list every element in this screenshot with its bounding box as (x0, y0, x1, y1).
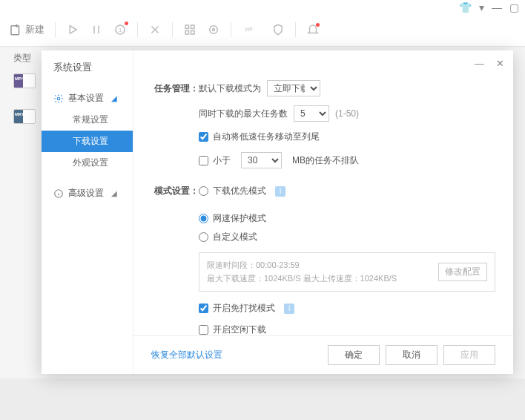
svg-point-8 (213, 29, 215, 31)
mode-radio-priority[interactable] (199, 186, 208, 196)
svg-point-10 (57, 97, 60, 100)
info-icon[interactable]: i (275, 186, 285, 197)
shield-icon[interactable] (271, 23, 285, 36)
less-than-select[interactable]: 30 (241, 152, 282, 168)
mode-section-label: 模式设置： (151, 185, 199, 197)
menu-icon[interactable]: ▾ (479, 1, 484, 13)
mode-radio-custom[interactable] (199, 232, 208, 242)
limit-info-box: 限速时间段：00:00-23:59 最大下载速度：1024KB/S 最大上传速度… (199, 252, 495, 292)
svg-text:1: 1 (119, 27, 122, 33)
sidebar-item-general[interactable]: 常规设置 (42, 109, 133, 131)
target-icon[interactable] (207, 23, 220, 36)
mode-radio-protect[interactable] (199, 214, 208, 223)
delete-icon[interactable] (148, 23, 162, 36)
max-tasks-select[interactable]: 5 (294, 105, 329, 122)
max-tasks-hint: (1-50) (335, 108, 359, 119)
mode-opt2-label: 网速保护模式 (213, 212, 266, 225)
svg-rect-4 (191, 25, 195, 29)
less-than-checkbox[interactable] (199, 156, 208, 165)
sidebar-item-download[interactable]: 下载设置 (42, 131, 133, 152)
file-thumb-mp4[interactable]: MP4 (13, 73, 36, 88)
gear-icon (53, 93, 64, 104)
edit-config-button[interactable]: 修改配置 (438, 263, 487, 281)
task-section-label: 任务管理： (151, 82, 199, 95)
auto-move-label: 自动将低速任务移动至列尾 (213, 131, 320, 143)
info-icon (53, 188, 64, 199)
svg-text:VIP: VIP (245, 27, 253, 32)
svg-rect-3 (185, 25, 189, 29)
new-button[interactable]: 新建 (9, 23, 44, 36)
default-mode-label: 默认下载模式为 (199, 82, 261, 95)
mode-opt1-label: 下载优先模式 (213, 185, 266, 197)
close-icon[interactable]: ▢ (509, 1, 519, 13)
main-toolbar: 新建 1 VIP (0, 13, 525, 46)
replay-icon[interactable]: 1 (113, 23, 127, 36)
file-thumb-mkv[interactable]: MKV (13, 109, 36, 124)
settings-content: 任务管理： 默认下载模式为 立即下载 同时下载的最大任务数 5 (1-50) 自… (133, 50, 513, 374)
new-label: 新建 (25, 23, 44, 36)
less-than-suffix: MB的任务不排队 (292, 154, 359, 167)
vip-icon[interactable]: VIP (242, 23, 261, 36)
less-than-label: 小于 (213, 154, 231, 167)
caret-icon: ◢ (111, 94, 117, 102)
dialog-title: 系统设置 (42, 61, 133, 83)
max-tasks-label: 同时下载的最大任务数 (199, 108, 288, 120)
settings-dialog: — ✕ 系统设置 基本设置 ◢ 常规设置 下载设置 外观设置 高级设置 ◢ 任务… (42, 50, 513, 374)
grid-icon[interactable] (183, 23, 197, 36)
bell-icon[interactable] (306, 23, 320, 36)
auto-move-checkbox[interactable] (199, 132, 208, 142)
ok-button[interactable]: 确定 (328, 345, 380, 365)
limit-line-1: 限速时间段：00:00-23:59 (207, 259, 397, 272)
settings-sidebar: 系统设置 基本设置 ◢ 常规设置 下载设置 外观设置 高级设置 ◢ (42, 50, 133, 374)
cancel-button[interactable]: 取消 (386, 345, 438, 365)
dnd-checkbox[interactable] (199, 303, 208, 313)
svg-rect-0 (11, 26, 19, 35)
apply-button[interactable]: 应用 (443, 345, 495, 365)
skin-icon[interactable]: 👕 (459, 1, 472, 13)
default-mode-select[interactable]: 立即下载 (267, 80, 320, 96)
sidebar-group-basic[interactable]: 基本设置 ◢ (42, 88, 133, 109)
dnd-label: 开启免打扰模式 (213, 302, 275, 315)
sidebar-item-appearance[interactable]: 外观设置 (42, 152, 133, 174)
svg-rect-6 (191, 31, 195, 35)
pause-icon[interactable] (90, 23, 103, 36)
new-icon (9, 23, 22, 36)
type-label: 类型 (0, 46, 42, 69)
idle-checkbox[interactable] (199, 325, 208, 335)
caret-icon: ◢ (111, 189, 117, 197)
info-icon[interactable]: i (284, 303, 294, 314)
play-icon[interactable] (66, 23, 79, 36)
idle-label: 开启空闲下载 (213, 324, 266, 336)
minimize-icon[interactable]: — (492, 1, 502, 13)
limit-line-2: 最大下载速度：1024KB/S 最大上传速度：1024KB/S (207, 272, 397, 286)
mode-opt3-label: 自定义模式 (213, 231, 257, 243)
sidebar-group-advanced[interactable]: 高级设置 ◢ (42, 183, 133, 204)
svg-rect-5 (185, 31, 189, 35)
svg-point-7 (210, 26, 218, 34)
restore-defaults-link[interactable]: 恢复全部默认设置 (151, 349, 222, 361)
